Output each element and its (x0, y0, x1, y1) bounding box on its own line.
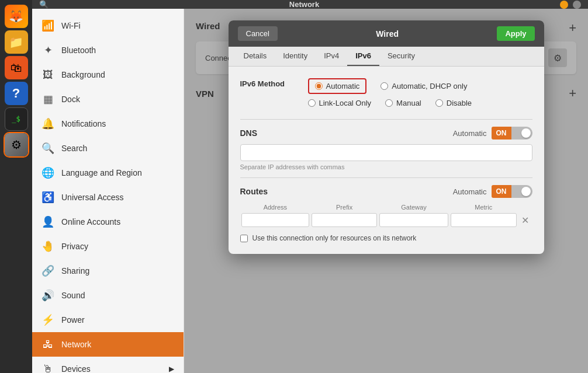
power-icon: ⚡ (41, 313, 54, 326)
method-disable-option[interactable]: Disable (435, 99, 472, 107)
dns-auto-label: Automatic (453, 129, 487, 138)
sidebar-item-universal-access[interactable]: ♿ Universal Access (32, 185, 184, 210)
sharing-icon: 🔗 (41, 264, 54, 277)
method-manual-label: Manual (396, 99, 421, 107)
sidebar-item-dock[interactable]: ▦ Dock (32, 87, 184, 111)
sidebar-item-power[interactable]: ⚡ Power (32, 308, 184, 332)
background-icon: 🖼 (41, 69, 54, 81)
dock-icon-sidebar: ▦ (41, 93, 54, 106)
routes-col-prefix: Prefix (310, 203, 378, 212)
sidebar-item-background[interactable]: 🖼 Background (32, 62, 184, 87)
routes-address-input[interactable] (241, 213, 310, 227)
method-link-local-label: Link-Local Only (319, 99, 372, 107)
search-icon-sidebar: 🔍 (41, 142, 54, 155)
routes-section-row: Routes Automatic ON (240, 185, 532, 198)
ipv6-method-row: IPv6 Method Automatic Auto (240, 78, 532, 107)
routes-delete-button[interactable]: ✕ (519, 215, 531, 226)
tab-details[interactable]: Details (236, 47, 275, 66)
tab-security[interactable]: Security (379, 47, 423, 66)
sidebar-item-sharing[interactable]: 🔗 Sharing (32, 259, 184, 283)
method-auto-dhcp-option[interactable]: Automatic, DHCP only (381, 78, 467, 94)
cancel-button[interactable]: Cancel (238, 26, 278, 41)
dialog-title: Wired (285, 29, 490, 39)
dock-help[interactable]: ? (5, 82, 28, 105)
dns-input[interactable] (240, 144, 532, 161)
minimize-button[interactable] (560, 1, 568, 9)
topbar-window-controls (560, 1, 581, 9)
content-area: Wired + Connected ON ⚙ VPN + (184, 9, 588, 373)
connection-only-checkbox-row[interactable]: Use this connection only for resources o… (240, 234, 532, 242)
sidebar-label-sound: Sound (61, 291, 85, 300)
method-auto-dhcp-label: Automatic, DHCP only (392, 82, 467, 90)
sidebar-label-bluetooth: Bluetooth (61, 46, 96, 55)
sidebar-label-language: Language and Region (61, 168, 142, 177)
tab-identity[interactable]: Identity (275, 47, 316, 66)
application-dock: 🦊 📁 🛍 ? _$ ⚙ (0, 0, 32, 373)
sidebar-label-dock: Dock (61, 95, 80, 104)
sidebar-label-background: Background (61, 70, 105, 79)
sound-icon: 🔊 (41, 289, 54, 302)
sidebar-label-devices: Devices (61, 364, 91, 373)
sidebar-item-search[interactable]: 🔍 Search (32, 136, 184, 161)
tab-ipv6[interactable]: IPv6 (347, 47, 379, 66)
universal-access-icon: ♿ (41, 191, 54, 204)
connection-only-checkbox[interactable] (240, 235, 248, 242)
dialog-titlebar: Cancel Wired Apply (229, 20, 544, 47)
sidebar-label-wifi: Wi-Fi (61, 21, 81, 30)
routes-toggle-on-label: ON (492, 185, 511, 198)
main-area: 🔍 Network 📶 Wi-Fi ✦ Bluetooth 🖼 Backgrou… (32, 0, 588, 373)
sidebar-label-privacy: Privacy (61, 242, 88, 251)
sidebar-item-network[interactable]: 🖧 Network (32, 332, 184, 357)
sidebar-item-online-accounts[interactable]: 👤 Online Accounts (32, 210, 184, 234)
method-manual-radio[interactable] (385, 99, 393, 107)
maximize-button[interactable] (573, 1, 581, 9)
sidebar-item-devices[interactable]: 🖱 Devices ▶ (32, 357, 184, 373)
devices-icon: 🖱 (41, 363, 54, 374)
routes-prefix-input[interactable] (312, 213, 377, 227)
routes-row-1: ✕ (240, 212, 532, 228)
sidebar-label-sharing: Sharing (61, 266, 89, 276)
sidebar-label-search: Search (61, 144, 87, 153)
dns-toggle-thumb (521, 128, 531, 138)
dns-label: DNS (240, 128, 453, 138)
dns-toggle-on-label: ON (492, 127, 511, 140)
method-link-local-option[interactable]: Link-Local Only (308, 99, 372, 107)
dns-hint: Separate IP addresses with commas (240, 163, 532, 170)
dock-files[interactable]: 📁 (5, 30, 28, 54)
dock-settings[interactable]: ⚙ (5, 133, 28, 156)
dialog-overlay: Cancel Wired Apply Details Identity (184, 9, 588, 373)
tab-ipv4[interactable]: IPv4 (316, 47, 347, 66)
dns-toggle-track[interactable] (511, 127, 532, 140)
method-link-local-radio[interactable] (308, 99, 316, 107)
dialog-body-ipv6: IPv6 Method Automatic Auto (229, 67, 544, 254)
settings-layout: 📶 Wi-Fi ✦ Bluetooth 🖼 Background ▦ Dock … (32, 9, 588, 373)
routes-table: Address Prefix Gateway Metric (240, 203, 532, 228)
routes-divider (240, 177, 532, 178)
sidebar-item-wifi[interactable]: 📶 Wi-Fi (32, 13, 184, 38)
dock-software[interactable]: 🛍 (5, 56, 28, 79)
online-accounts-icon: 👤 (41, 215, 54, 228)
routes-col-gateway: Gateway (378, 203, 449, 212)
sidebar-label-universal-access: Universal Access (61, 193, 124, 202)
topbar: 🔍 Network (32, 0, 588, 9)
method-disable-radio[interactable] (435, 99, 443, 107)
method-auto-dhcp-radio[interactable] (381, 82, 388, 90)
sidebar-item-privacy[interactable]: 🤚 Privacy (32, 234, 184, 259)
apply-button[interactable]: Apply (497, 26, 534, 41)
sidebar-item-sound[interactable]: 🔊 Sound (32, 283, 184, 308)
sidebar-item-language[interactable]: 🌐 Language and Region (32, 161, 184, 185)
wired-dialog: Cancel Wired Apply Details Identity (229, 20, 544, 254)
method-manual-option[interactable]: Manual (385, 99, 421, 107)
method-automatic-radio[interactable] (315, 82, 323, 90)
routes-gateway-input[interactable] (379, 213, 448, 227)
routes-col-metric: Metric (449, 203, 518, 212)
method-automatic-option[interactable]: Automatic (308, 78, 367, 94)
dock-firefox[interactable]: 🦊 (5, 5, 28, 28)
sidebar-label-notifications: Notifications (61, 119, 106, 128)
routes-toggle-track[interactable] (511, 185, 532, 198)
sidebar-item-bluetooth[interactable]: ✦ Bluetooth (32, 38, 184, 62)
sidebar-item-notifications[interactable]: 🔔 Notifications (32, 111, 184, 136)
routes-metric-input[interactable] (451, 213, 517, 227)
dock-terminal[interactable]: _$ (5, 107, 28, 131)
routes-auto-label: Automatic (453, 187, 487, 196)
